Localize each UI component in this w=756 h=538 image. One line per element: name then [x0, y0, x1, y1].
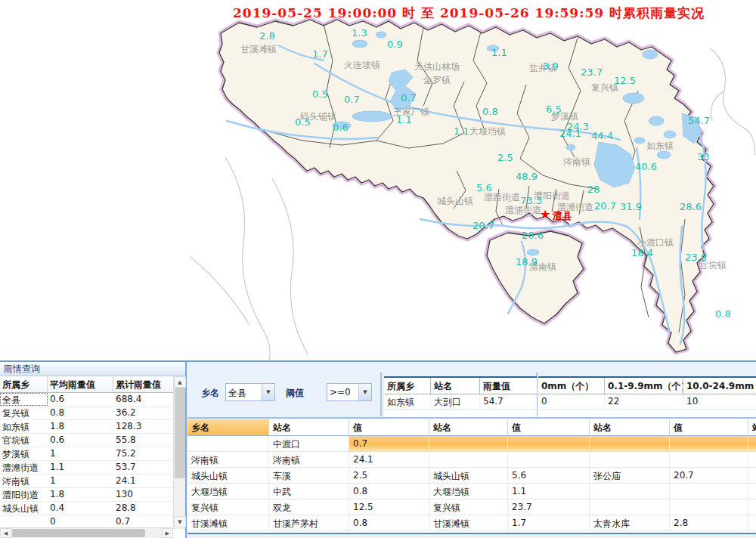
table-cell[interactable]: 0.8 — [349, 484, 429, 499]
column-header-total[interactable]: 累计雨量值 — [113, 376, 172, 392]
table-row[interactable]: 澧澹街道1.153.7 — [0, 461, 185, 475]
table-row[interactable]: 城头山镇0.428.8 — [0, 502, 185, 515]
table-cell[interactable]: 5.6 — [508, 468, 590, 483]
table-cell[interactable]: 1.1 — [48, 461, 113, 474]
scroll-down-icon[interactable]: ▼ — [174, 516, 186, 527]
table-row[interactable]: 甘溪滩镇甘溪芦茅村0.8甘溪滩镇1.7太青水库2.8 — [187, 515, 756, 531]
table-cell[interactable]: 复兴镇 — [187, 499, 269, 515]
table-cell[interactable]: 1 — [48, 447, 113, 460]
table-row[interactable]: 城头山镇车溪2.5城头山镇5.6张公庙20.7 — [187, 468, 756, 484]
table-cell[interactable]: 官垸镇 — [0, 434, 48, 447]
column-header[interactable]: 值 — [670, 419, 748, 435]
table-cell[interactable]: 涔南镇 — [0, 475, 48, 487]
table-cell[interactable] — [590, 499, 670, 515]
vertical-scrollbar[interactable]: ▲ ▼ — [173, 376, 185, 527]
table-cell[interactable]: 1.7 — [508, 515, 590, 530]
table-cell[interactable]: 0 — [538, 394, 605, 409]
table-cell[interactable]: 梦溪镇 — [0, 447, 48, 460]
table-cell[interactable] — [748, 468, 756, 483]
chevron-down-icon[interactable]: ▼ — [358, 384, 371, 400]
table-cell[interactable]: 20.7 — [670, 468, 748, 483]
column-header[interactable]: 站名 — [748, 419, 756, 435]
table-cell[interactable] — [748, 515, 756, 530]
table-cell[interactable] — [670, 452, 748, 467]
table-cell[interactable] — [590, 436, 670, 451]
threshold-filter-select[interactable]: >=0 ▼ — [327, 383, 372, 401]
table-cell[interactable]: 75.2 — [113, 447, 172, 460]
table-cell[interactable]: 如东镇 — [0, 420, 48, 433]
scroll-up-icon[interactable]: ▲ — [174, 376, 186, 388]
table-cell[interactable]: 甘溪芦茅村 — [269, 515, 349, 530]
table-cell[interactable]: 涔南镇 — [269, 452, 349, 467]
table-row[interactable]: 涔南镇124.1 — [0, 475, 185, 488]
table-cell[interactable]: 大剅口 — [431, 394, 480, 409]
table-row[interactable]: 复兴镇双龙12.5复兴镇23.7 — [187, 499, 756, 515]
scroll-right-icon[interactable]: ▶ — [162, 528, 173, 538]
table-cell[interactable]: 0.6 — [48, 434, 113, 447]
table-row[interactable]: 0 22 10 — [538, 394, 756, 410]
table-cell[interactable]: 28.8 — [113, 502, 172, 515]
table-cell[interactable] — [748, 436, 756, 451]
table-cell[interactable]: 澧阳街道 — [0, 488, 48, 501]
column-header[interactable]: 0.1-9.9mm（个） — [605, 378, 683, 394]
table-cell[interactable]: 2.8 — [670, 515, 748, 530]
table-row[interactable]: 复兴镇0.836.2 — [0, 407, 185, 420]
table-cell[interactable] — [0, 515, 48, 528]
table-cell[interactable] — [508, 452, 590, 467]
table-cell[interactable]: 张公庙 — [590, 468, 670, 483]
table-cell[interactable]: 甘溪滩镇 — [429, 515, 508, 530]
chevron-down-icon[interactable]: ▼ — [262, 384, 274, 400]
table-cell[interactable]: 24.1 — [113, 475, 172, 487]
table-cell[interactable]: 0.6 — [48, 393, 113, 406]
table-cell[interactable]: 55.8 — [113, 434, 172, 447]
column-header[interactable]: 所属乡 — [384, 378, 431, 394]
table-cell[interactable]: 0 — [48, 515, 113, 528]
column-header[interactable]: 值 — [349, 419, 429, 435]
table-cell[interactable]: 0.4 — [48, 502, 113, 515]
table-cell[interactable] — [590, 452, 670, 467]
table-cell[interactable]: 0.8 — [349, 515, 429, 530]
table-cell[interactable]: 688.4 — [113, 393, 172, 406]
table-row[interactable]: 澧阳街道1.8130 — [0, 488, 185, 502]
table-cell[interactable]: 城头山镇 — [187, 468, 269, 483]
table-cell[interactable]: 10 — [683, 394, 756, 409]
table-cell[interactable]: 城头山镇 — [0, 502, 48, 515]
table-cell[interactable]: 24.1 — [349, 452, 429, 467]
table-cell[interactable]: 12.5 — [349, 499, 429, 515]
column-header[interactable]: 雨量值 — [480, 378, 537, 394]
scroll-left-icon[interactable]: ◀ — [0, 528, 11, 538]
table-cell[interactable]: 1.1 — [508, 484, 590, 499]
table-cell[interactable]: 复兴镇 — [429, 499, 508, 515]
column-header[interactable]: 值 — [508, 419, 590, 435]
table-cell[interactable]: 中武 — [269, 484, 349, 499]
table-cell[interactable]: 大堰垱镇 — [187, 484, 269, 499]
column-header[interactable]: 站名 — [429, 419, 508, 435]
table-cell[interactable]: 复兴镇 — [0, 407, 48, 419]
column-header[interactable]: 10.0-24.9mm（个） — [683, 378, 756, 394]
table-cell[interactable]: 36.2 — [113, 407, 172, 419]
column-header-township[interactable]: 所属乡 — [0, 376, 48, 392]
table-cell[interactable]: 1.8 — [48, 488, 113, 501]
table-row[interactable]: 梦溪镇175.2 — [0, 447, 185, 461]
table-cell[interactable]: 澧澹街道 — [0, 461, 48, 474]
table-cell[interactable]: 54.7 — [480, 394, 537, 409]
table-cell[interactable] — [670, 436, 748, 451]
table-cell[interactable]: 23.7 — [508, 499, 590, 515]
table-row[interactable]: 中渡口0.7 — [187, 436, 756, 452]
table-cell[interactable] — [748, 484, 756, 499]
table-cell[interactable]: 128.3 — [113, 420, 172, 433]
table-cell[interactable]: 中渡口 — [269, 436, 349, 451]
table-cell[interactable] — [748, 499, 756, 515]
table-cell[interactable]: 22 — [605, 394, 683, 409]
scroll-thumb[interactable] — [175, 388, 185, 478]
table-cell[interactable]: 0.7 — [113, 515, 172, 528]
table-cell[interactable]: 2.5 — [349, 468, 429, 483]
table-cell[interactable] — [429, 436, 508, 451]
column-header[interactable]: 站名 — [590, 419, 670, 435]
table-cell[interactable]: 130 — [113, 488, 172, 501]
table-cell[interactable]: 大堰垱镇 — [429, 484, 508, 499]
table-row[interactable]: 全县0.6688.4 — [0, 393, 185, 407]
table-cell[interactable]: 城头山镇 — [429, 468, 508, 483]
column-header[interactable]: 站名 — [269, 419, 349, 435]
table-row[interactable]: 如东镇 大剅口 54.7 — [384, 394, 537, 410]
